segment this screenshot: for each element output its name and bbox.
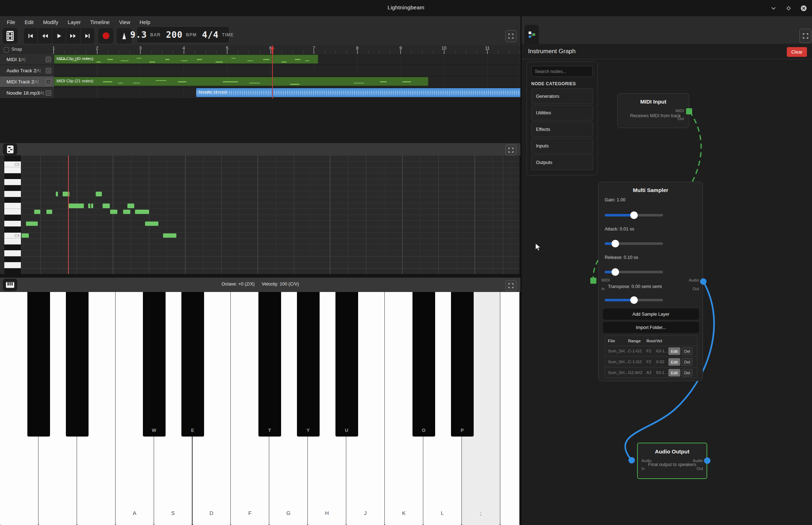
slider-thumb[interactable] xyxy=(630,296,638,304)
skip-to-end-button[interactable] xyxy=(81,28,94,44)
skip-to-start-button[interactable] xyxy=(24,28,38,44)
track-header-audio-track-2[interactable]: Audio Track 2[A]- xyxy=(0,65,54,76)
piano-roll-gutter-key[interactable] xyxy=(4,268,21,274)
category-utilities[interactable]: Utilities xyxy=(531,105,593,120)
midi-note[interactable] xyxy=(123,210,130,214)
playhead-marker[interactable] xyxy=(268,45,277,55)
release-slider[interactable] xyxy=(605,268,663,276)
midi-note[interactable] xyxy=(96,192,102,196)
piano-roll-gutter-key[interactable] xyxy=(4,221,21,227)
black-key-Y[interactable]: Y xyxy=(297,292,320,437)
menu-item-file[interactable]: File xyxy=(2,16,20,28)
piano-roll-gutter-key[interactable] xyxy=(4,227,21,233)
transpose-slider[interactable] xyxy=(605,296,663,304)
track-lane[interactable]: MIDI Clip (40 notes) xyxy=(54,54,520,65)
black-key-P[interactable]: P xyxy=(451,292,474,437)
midi-input-node[interactable]: MIDI Input Receives MIDI from track MIDI… xyxy=(617,93,689,128)
midi-clip[interactable]: MIDI Clip (21 notes) xyxy=(54,77,428,86)
track-header-midi-1[interactable]: MIDI 1[A]- xyxy=(0,54,54,65)
piano-roll-gutter-key[interactable] xyxy=(4,191,21,197)
maximize-button[interactable] xyxy=(785,4,793,12)
midi-note[interactable] xyxy=(69,204,84,208)
midi-note[interactable] xyxy=(26,222,38,226)
category-outputs[interactable]: Outputs xyxy=(531,155,593,170)
edit-sample-button[interactable]: Edit xyxy=(668,369,680,376)
piano-roll-gutter-key[interactable] xyxy=(4,203,21,209)
black-key-T[interactable]: T xyxy=(258,292,281,437)
midi-note[interactable] xyxy=(145,222,158,226)
gain-slider[interactable] xyxy=(605,211,663,219)
clear-graph-button[interactable]: Clear xyxy=(787,47,807,57)
piano-roll-gutter-key[interactable]: C4 xyxy=(4,233,21,239)
black-key[interactable] xyxy=(66,292,89,437)
track-lane[interactable]: Noodle 18.mp3 xyxy=(54,87,520,98)
black-key-U[interactable]: U xyxy=(335,292,358,437)
midi-note[interactable] xyxy=(110,210,117,214)
record-button[interactable] xyxy=(98,28,113,44)
audio-out-connector[interactable] xyxy=(704,457,710,464)
play-button[interactable] xyxy=(52,28,66,44)
attack-slider[interactable] xyxy=(605,240,663,247)
black-key-W[interactable]: W xyxy=(143,292,166,437)
piano-roll-gutter-key[interactable] xyxy=(4,256,21,262)
edit-sample-button[interactable]: Edit xyxy=(668,358,680,366)
midi-note[interactable] xyxy=(46,210,52,214)
track-minus-button[interactable]: - xyxy=(46,57,51,62)
midi-out-connector[interactable] xyxy=(686,108,692,114)
track-lane[interactable] xyxy=(54,65,520,76)
rewind-button[interactable] xyxy=(38,28,52,44)
piano-roll-gutter-key[interactable] xyxy=(4,238,21,245)
menu-item-timeline[interactable]: Timeline xyxy=(85,16,114,28)
snap-checkbox[interactable] xyxy=(4,47,9,52)
piano-roll-gutter-key[interactable] xyxy=(4,155,21,161)
piano-roll-panel-button[interactable] xyxy=(3,143,17,155)
piano-roll-expand-button[interactable] xyxy=(505,145,516,155)
timeline-expand-button[interactable] xyxy=(505,30,516,42)
metronome-button[interactable] xyxy=(117,28,132,44)
delete-sample-button[interactable]: Del xyxy=(682,358,693,366)
delete-sample-button[interactable]: Del xyxy=(682,347,693,355)
slider-thumb[interactable] xyxy=(612,240,619,247)
import-folder-button[interactable]: Import Folder... xyxy=(603,322,699,333)
midi-note[interactable] xyxy=(34,210,40,214)
menu-item-layer[interactable]: Layer xyxy=(63,16,85,28)
multi-sampler-node[interactable]: Multi Sampler Gain: 1.00 Attack: 0.01 ss… xyxy=(598,182,703,381)
delete-sample-button[interactable]: Del xyxy=(682,369,693,376)
virtual-keyboard[interactable]: ASDFGHJKL;WETYUOP xyxy=(0,292,519,525)
piano-roll-gutter-key[interactable] xyxy=(4,173,21,179)
minimize-button[interactable] xyxy=(770,4,777,12)
piano-roll-gutter-key[interactable] xyxy=(4,179,21,185)
piano-roll[interactable]: C5C4 xyxy=(0,155,519,274)
piano-roll-gutter-key[interactable] xyxy=(4,245,21,251)
menu-item-view[interactable]: View xyxy=(114,16,135,28)
timeline-ruler[interactable]: Snap 1234567891011 xyxy=(0,45,520,54)
midi-note[interactable] xyxy=(135,210,149,214)
graph-expand-button[interactable] xyxy=(799,29,811,43)
track-lane[interactable]: MIDI Clip (21 notes) xyxy=(54,76,520,87)
audio-clip[interactable]: Noodle 18.mp3 xyxy=(196,88,520,97)
piano-roll-gutter-key[interactable] xyxy=(4,262,21,268)
keyboard-expand-button[interactable] xyxy=(505,280,516,291)
midi-note[interactable] xyxy=(163,233,176,238)
track-minus-button[interactable]: - xyxy=(46,90,51,96)
add-sample-layer-button[interactable]: Add Sample Layer xyxy=(603,309,699,320)
midi-note[interactable] xyxy=(127,204,134,208)
track-header-noodle-18-mp3[interactable]: Noodle 18.mp3[A]- xyxy=(0,87,54,98)
slider-thumb[interactable] xyxy=(630,211,638,219)
menu-item-modify[interactable]: Modify xyxy=(38,16,63,28)
menu-item-edit[interactable]: Edit xyxy=(20,16,38,28)
search-input[interactable] xyxy=(531,66,593,77)
piano-roll-grid[interactable] xyxy=(21,155,519,274)
piano-roll-gutter-key[interactable] xyxy=(4,185,21,191)
black-key-O[interactable]: O xyxy=(412,292,435,437)
piano-roll-gutter-key[interactable] xyxy=(4,167,21,173)
piano-roll-playhead[interactable] xyxy=(68,155,69,274)
midi-note[interactable] xyxy=(88,204,90,208)
category-effects[interactable]: Effects xyxy=(531,122,593,137)
piano-roll-gutter-key[interactable]: C5 xyxy=(4,161,21,168)
category-inputs[interactable]: Inputs xyxy=(531,138,593,154)
sampler-audio-out-connector[interactable] xyxy=(700,278,707,285)
graph-panel-button[interactable] xyxy=(524,25,539,44)
category-generators[interactable]: Generators xyxy=(531,88,593,104)
close-button[interactable] xyxy=(800,4,808,12)
